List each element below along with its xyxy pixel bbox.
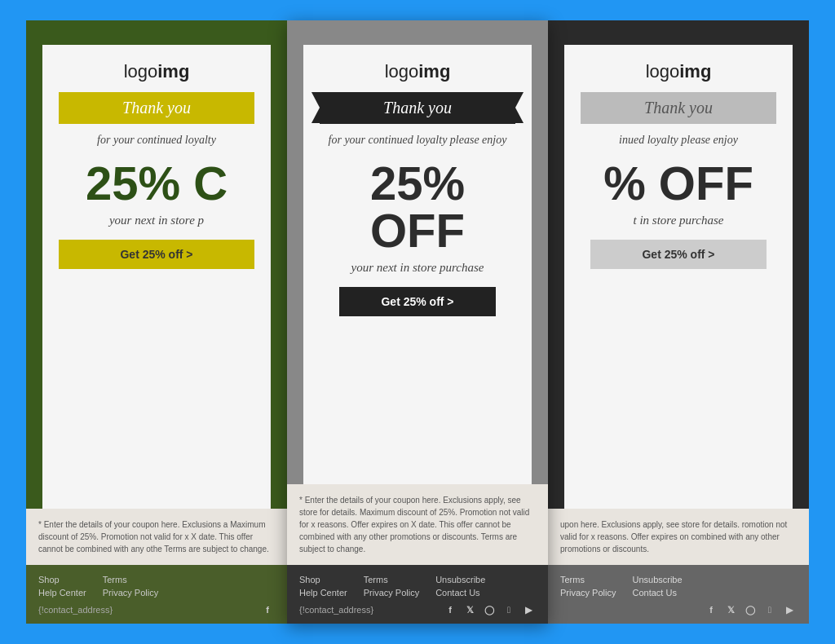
footer-bottom-1: {!contact_address} f xyxy=(38,602,275,617)
footer-col-1a: Shop Help Center xyxy=(38,575,86,598)
logo-2: logoimg xyxy=(385,61,451,82)
purchase-text-1: your next in store p xyxy=(109,214,204,227)
footer-link-unsubscribe-2[interactable]: Unsubscribe xyxy=(435,575,485,584)
footer-col-2a: Shop Help Center xyxy=(299,575,347,598)
footer-1: Shop Help Center Terms Privacy Policy {!… xyxy=(26,565,287,624)
footer-col-2b: Terms Privacy Policy xyxy=(364,575,419,598)
card-green: logoimg Thank you for your continued loy… xyxy=(26,20,287,624)
footer-link-contactus-3[interactable]: Contact Us xyxy=(632,588,682,598)
footer-link-contactus-2[interactable]: Contact Us xyxy=(435,588,485,598)
footer-bottom-2: {!contact_address} f 𝕏 ◯ 𝎋 ▶ xyxy=(299,602,536,617)
footer-col-3b: Terms Privacy Policy xyxy=(560,575,616,598)
cta-button-2[interactable]: Get 25% off > xyxy=(339,287,496,316)
footer-link-terms-1[interactable]: Terms xyxy=(103,575,158,584)
banner-2: Thank you xyxy=(320,92,515,124)
footer-link-shop-1[interactable]: Shop xyxy=(38,575,86,584)
youtube-icon-3[interactable]: ▶ xyxy=(782,602,797,617)
coupon-body-3: logoimg Thank you inued loyalty please e… xyxy=(564,45,793,509)
instagram-icon-3[interactable]: ◯ xyxy=(743,602,758,617)
banner-text-1: Thank you xyxy=(122,99,191,117)
footer-link-privacy-1[interactable]: Privacy Policy xyxy=(103,588,158,598)
cta-button-3[interactable]: Get 25% off > xyxy=(590,240,767,269)
twitter-icon-3[interactable]: 𝕏 xyxy=(723,602,738,617)
social-icons-3: f 𝕏 ◯ 𝎋 ▶ xyxy=(704,602,797,617)
discount-1: 25% C xyxy=(86,160,228,207)
purchase-text-2: your next in store purchase xyxy=(351,261,484,275)
footer-link-shop-2[interactable]: Shop xyxy=(299,575,347,584)
cards-container: logoimg Thank you for your continued loy… xyxy=(26,20,809,624)
footer-link-helpcenter-2[interactable]: Help Center xyxy=(299,588,347,598)
twitter-icon-2[interactable]: 𝕏 xyxy=(462,602,477,617)
loyalty-text-2: for your continued loyalty please enjoy xyxy=(329,134,507,147)
footer-link-helpcenter-1[interactable]: Help Center xyxy=(38,588,86,598)
instagram-icon-2[interactable]: ◯ xyxy=(482,602,497,617)
banner-text-2: Thank you xyxy=(383,99,452,117)
banner-text-3: Thank you xyxy=(644,99,713,117)
footer-link-privacy-3[interactable]: Privacy Policy xyxy=(560,588,616,598)
loyalty-text-3: inued loyalty please enjoy xyxy=(619,134,738,147)
logo-3: logoimg xyxy=(646,61,712,82)
fine-print-3: upon here. Exclusions apply, see store f… xyxy=(548,509,809,565)
footer-col-1b: Terms Privacy Policy xyxy=(103,575,158,598)
coupon-body-1: logoimg Thank you for your continued loy… xyxy=(42,45,271,509)
footer-link-unsubscribe-3[interactable]: Unsubscribe xyxy=(632,575,682,584)
footer-link-terms-3[interactable]: Terms xyxy=(560,575,616,584)
footer-address-2: {!contact_address} xyxy=(299,605,373,615)
loyalty-text-1: for your continued loyalty xyxy=(97,134,216,147)
footer-link-terms-2[interactable]: Terms xyxy=(364,575,419,584)
footer-3: Terms Privacy Policy Unsubscribe Contact… xyxy=(548,565,809,624)
footer-col-2c: Unsubscribe Contact Us xyxy=(435,575,485,598)
cta-button-1[interactable]: Get 25% off > xyxy=(59,240,254,269)
card-gray: logoimg Thank you inued loyalty please e… xyxy=(548,20,809,624)
purchase-text-3: t in store purchase xyxy=(634,214,724,227)
facebook-icon-1[interactable]: f xyxy=(260,602,275,617)
footer-col-3c: Unsubscribe Contact Us xyxy=(632,575,682,598)
footer-2: Shop Help Center Terms Privacy Policy Un… xyxy=(287,565,548,624)
discount-2: 25% OFF xyxy=(320,160,515,254)
footer-links-2: Shop Help Center Terms Privacy Policy Un… xyxy=(299,575,536,598)
footer-address-1: {!contact_address} xyxy=(38,605,113,615)
pinterest-icon-3[interactable]: 𝎋 xyxy=(762,602,777,617)
banner-1: Thank you xyxy=(59,92,254,124)
footer-bottom-3: f 𝕏 ◯ 𝎋 ▶ xyxy=(560,602,797,617)
footer-links-1: Shop Help Center Terms Privacy Policy xyxy=(38,575,275,598)
facebook-icon-2[interactable]: f xyxy=(443,602,457,617)
fine-print-1: * Enter the details of your coupon here.… xyxy=(26,509,287,565)
logo-1: logoimg xyxy=(124,61,190,82)
footer-links-3: Terms Privacy Policy Unsubscribe Contact… xyxy=(560,575,797,598)
social-icons-1: f xyxy=(260,602,275,617)
discount-3: % OFF xyxy=(603,160,753,207)
pinterest-icon-2[interactable]: 𝎋 xyxy=(501,602,516,617)
social-icons-2: f 𝕏 ◯ 𝎋 ▶ xyxy=(443,602,536,617)
banner-3: Thank you xyxy=(581,92,776,124)
fine-print-2: * Enter the details of your coupon here.… xyxy=(287,484,548,565)
card-dark: logoimg Thank you for your continued loy… xyxy=(287,20,548,624)
footer-link-privacy-2[interactable]: Privacy Policy xyxy=(364,588,419,598)
coupon-body-2: logoimg Thank you for your continued loy… xyxy=(303,45,532,484)
youtube-icon-2[interactable]: ▶ xyxy=(521,602,536,617)
facebook-icon-3[interactable]: f xyxy=(704,602,718,617)
